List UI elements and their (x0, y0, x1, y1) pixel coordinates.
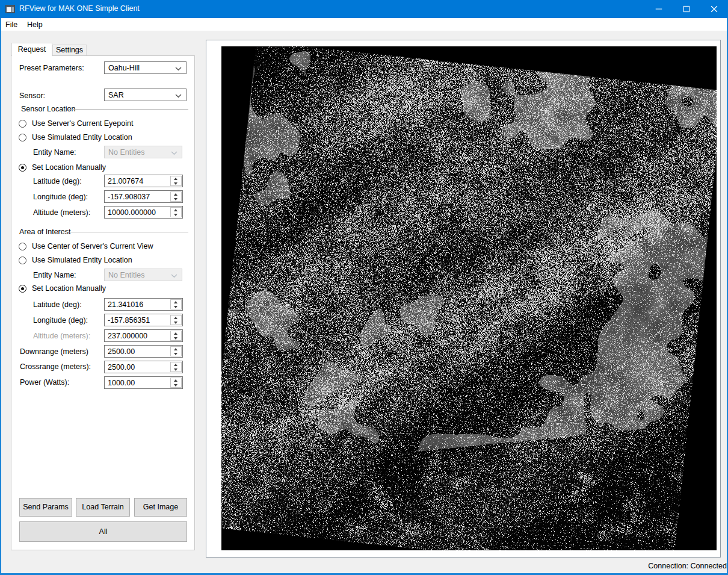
entity-name-label-aoi: Entity Name: (33, 271, 76, 280)
all-button[interactable]: All (19, 521, 187, 542)
crossrange-spinbox[interactable]: 2500.00 (104, 361, 183, 373)
menu-bar: File Help (0, 18, 728, 31)
window-title: RFView for MAK ONE Simple Client (19, 4, 140, 13)
close-icon (711, 6, 718, 13)
spin-up-button[interactable] (171, 347, 181, 352)
latitude-label: Latitude (deg): (33, 177, 82, 186)
altitude-label: Altitude (meters): (33, 208, 90, 217)
spin-up-button[interactable] (171, 331, 181, 336)
radio-circle[interactable] (19, 243, 26, 250)
maximize-button[interactable] (673, 0, 700, 18)
altitude-label-aoi: Altitude (meters): (33, 332, 90, 341)
maximize-icon (683, 6, 690, 13)
sar-image-panel (206, 40, 721, 558)
radio-circle[interactable] (19, 285, 26, 293)
spin-down-button[interactable] (171, 320, 181, 325)
menu-help[interactable]: Help (25, 20, 45, 30)
chevron-down-icon (171, 274, 177, 278)
spin-down-button[interactable] (171, 197, 181, 202)
chevron-down-icon (171, 151, 177, 155)
power-spinbox[interactable]: 1000.00 (104, 376, 183, 389)
longitude-label-aoi: Longitude (deg): (33, 316, 88, 325)
tab-settings[interactable]: Settings (52, 45, 87, 56)
downrange-label: Downrange (meters) (20, 347, 88, 356)
window-border (0, 18, 1, 575)
aoi-altitude-spinbox[interactable]: 237.000000 (104, 329, 183, 342)
chevron-down-icon (175, 94, 182, 98)
get-image-button[interactable]: Get Image (134, 498, 187, 517)
preset-parameters-label: Preset Parameters: (19, 64, 84, 73)
sar-image (221, 46, 717, 550)
title-bar: RFView for MAK ONE Simple Client (0, 0, 728, 18)
entity-name-combobox-aoi: No Entities (104, 269, 182, 281)
spin-down-button[interactable] (171, 181, 181, 186)
sensor-location-group-title: Sensor Location (21, 105, 75, 114)
aoi-longitude-spinbox[interactable]: -157.856351 (104, 314, 183, 326)
preset-parameters-combobox[interactable]: Oahu-Hill (104, 61, 187, 74)
spin-down-button[interactable] (171, 213, 181, 217)
spin-up-button[interactable] (171, 362, 181, 367)
close-button[interactable] (700, 0, 728, 18)
sensor-latitude-spinbox[interactable]: 21.007674 (104, 175, 183, 187)
sensor-longitude-spinbox[interactable]: -157.908037 (104, 190, 183, 203)
radio-circle[interactable] (19, 134, 26, 141)
spin-up-button[interactable] (171, 378, 181, 383)
entity-name-combobox: No Entities (104, 146, 182, 158)
app-icon-pane (7, 7, 11, 12)
connection-status: Connection: Connected (648, 562, 727, 571)
menu-file[interactable]: File (3, 20, 20, 30)
aoi-latitude-spinbox[interactable]: 21.341016 (104, 298, 183, 311)
radio-circle[interactable] (19, 120, 26, 128)
spin-down-button[interactable] (171, 305, 181, 309)
downrange-spinbox[interactable]: 2500.00 (104, 345, 183, 358)
spin-down-button[interactable] (171, 352, 181, 356)
longitude-label: Longitude (deg): (33, 193, 88, 202)
spin-down-button[interactable] (171, 367, 181, 372)
spin-up-button[interactable] (171, 176, 181, 181)
sensor-combobox[interactable]: SAR (104, 89, 187, 101)
app-window-icon (5, 5, 15, 13)
sensor-altitude-spinbox[interactable]: 10000.000000 (104, 206, 183, 219)
send-params-button[interactable]: Send Params (19, 498, 72, 517)
minimize-icon (656, 6, 662, 13)
group-divider-line (62, 232, 188, 232)
latitude-label-aoi: Latitude (deg): (33, 300, 82, 309)
spin-up-button[interactable] (171, 192, 181, 197)
crossrange-label: Crossrange (meters): (20, 362, 91, 371)
spin-down-button[interactable] (171, 383, 181, 388)
radio-circle[interactable] (19, 164, 26, 172)
status-bar: Connection: Connected (0, 559, 728, 573)
app-icon-pane (11, 7, 14, 12)
sensor-label: Sensor: (19, 92, 45, 101)
chevron-down-icon (175, 67, 182, 71)
group-divider-line (68, 109, 188, 110)
power-label: Power (Watts): (20, 378, 69, 387)
spin-up-button[interactable] (171, 300, 181, 305)
load-terrain-button[interactable]: Load Terrain (76, 498, 130, 517)
spin-up-button[interactable] (171, 315, 181, 320)
spin-down-button[interactable] (171, 336, 181, 341)
minimize-button[interactable] (645, 0, 673, 18)
tab-request[interactable]: Request (11, 43, 52, 56)
entity-name-label: Entity Name: (33, 148, 76, 157)
application-window: RFView for MAK ONE Simple Client File He… (0, 0, 728, 575)
radio-circle[interactable] (19, 256, 26, 264)
spin-up-button[interactable] (171, 208, 181, 213)
